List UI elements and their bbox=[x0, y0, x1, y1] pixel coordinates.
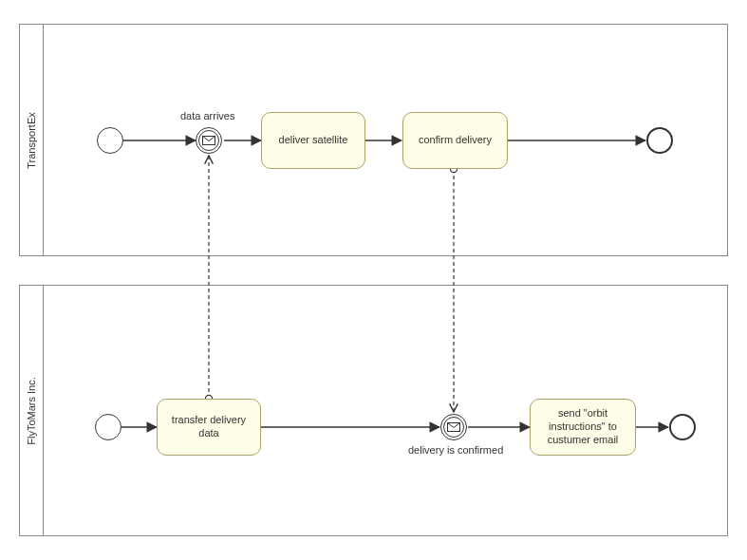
pool-label-flytomars: FlyToMars Inc. bbox=[26, 377, 37, 445]
message-event-data-arrives[interactable] bbox=[196, 127, 222, 154]
task-transfer-delivery-data[interactable]: transfer delivery data bbox=[157, 399, 261, 456]
end-event-transportex[interactable] bbox=[646, 127, 673, 154]
start-event-flytomars[interactable] bbox=[95, 414, 121, 440]
task-deliver-satellite[interactable]: deliver satellite bbox=[261, 112, 365, 169]
task-transfer-delivery-data-label: transfer delivery data bbox=[161, 414, 256, 440]
task-confirm-delivery-label: confirm delivery bbox=[419, 134, 492, 147]
envelope-icon bbox=[202, 136, 215, 145]
label-data-arrives: data arrives bbox=[180, 110, 234, 121]
task-send-orbit-instructions-label: send "orbit instructions" to custumer em… bbox=[534, 407, 631, 446]
task-deliver-satellite-label: deliver satellite bbox=[279, 134, 348, 147]
task-confirm-delivery[interactable]: confirm delivery bbox=[402, 112, 508, 169]
envelope-icon bbox=[447, 422, 460, 432]
label-delivery-confirmed: delivery is confirmed bbox=[408, 444, 503, 456]
start-event-transportex[interactable] bbox=[97, 127, 123, 154]
pool-label-transportex: TransportEx bbox=[26, 112, 37, 169]
message-event-delivery-confirmed[interactable] bbox=[440, 414, 467, 440]
end-event-flytomars[interactable] bbox=[669, 414, 696, 440]
bpmn-canvas: TransportEx FlyToMars Inc. bbox=[0, 0, 747, 560]
pool-header-transportex: TransportEx bbox=[20, 25, 44, 255]
pool-header-flytomars: FlyToMars Inc. bbox=[20, 286, 44, 535]
task-send-orbit-instructions[interactable]: send "orbit instructions" to custumer em… bbox=[530, 399, 636, 456]
pool-transportex: TransportEx bbox=[19, 24, 728, 256]
